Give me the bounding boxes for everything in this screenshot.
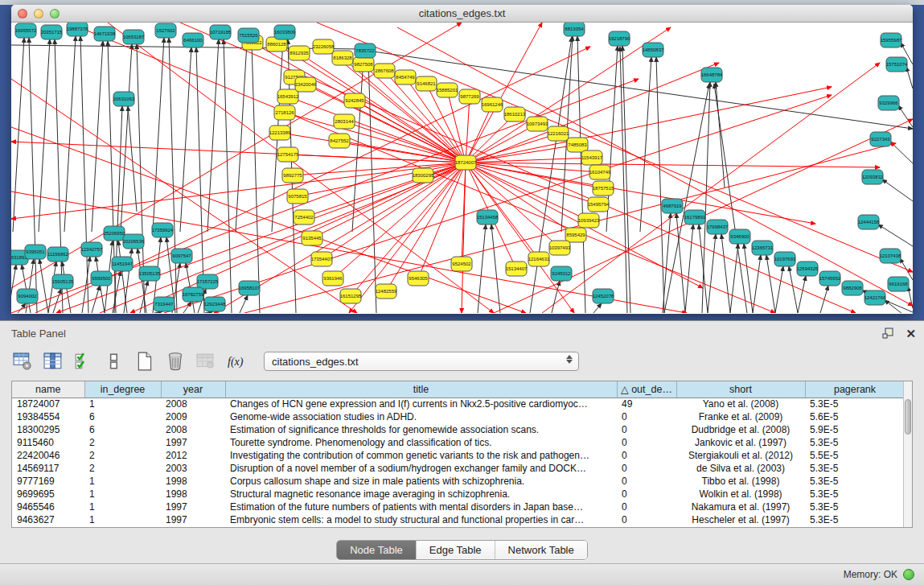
- column-header-title[interactable]: title: [225, 381, 617, 398]
- table-row[interactable]: 1830029562008Estimation of significance …: [12, 423, 905, 436]
- table-cell[interactable]: Embryonic stem cells: a model to study s…: [225, 513, 617, 526]
- table-cell[interactable]: 1997: [161, 513, 225, 526]
- table-cell[interactable]: 1998: [161, 475, 225, 488]
- column-header-in_degree[interactable]: in_degree: [84, 381, 161, 398]
- table-cell[interactable]: 5.3E-5: [805, 475, 905, 488]
- table-cell[interactable]: de Silva et al. (2003): [676, 462, 805, 475]
- table-cell[interactable]: 5.3E-5: [805, 501, 905, 513]
- table-cell[interactable]: 0: [617, 513, 676, 526]
- table-cell[interactable]: 0: [617, 449, 676, 462]
- table-row[interactable]: 2242004622012Investigating the contribut…: [12, 449, 905, 462]
- table-cell[interactable]: 9463627: [12, 513, 84, 526]
- table-mode-icon[interactable]: [11, 350, 34, 373]
- table-cell[interactable]: Wolkin et al. (1998): [676, 488, 805, 501]
- table-cell[interactable]: 5.3E-5: [805, 398, 905, 410]
- table-cell[interactable]: 6: [84, 410, 161, 423]
- table-cell[interactable]: Franke et al. (2009): [676, 410, 805, 423]
- table-cell[interactable]: 5.3E-5: [805, 436, 905, 449]
- table-cell[interactable]: 5.3E-5: [805, 462, 905, 475]
- table-cell[interactable]: Stergiakouli et al. (2012): [676, 449, 805, 462]
- window-titlebar[interactable]: citations_edges.txt: [11, 5, 913, 23]
- table-cell[interactable]: 1998: [161, 488, 225, 501]
- table-cell[interactable]: 2003: [161, 462, 225, 475]
- table-cell[interactable]: 2: [84, 436, 161, 449]
- table-cell[interactable]: 2008: [161, 423, 225, 436]
- table-cell[interactable]: 49: [617, 398, 676, 410]
- delete-column-icon[interactable]: [164, 350, 187, 373]
- table-cell[interactable]: 2012: [161, 449, 225, 462]
- delete-table-icon[interactable]: [195, 350, 217, 373]
- table-cell[interactable]: Dudbridge et al. (2008): [676, 423, 805, 436]
- table-cell[interactable]: 2008: [161, 398, 225, 410]
- table-cell[interactable]: 6: [84, 423, 161, 436]
- scrollbar-thumb[interactable]: [905, 399, 911, 435]
- table-cell[interactable]: Yano et al. (2008): [676, 398, 805, 410]
- table-cell[interactable]: Estimation of significance thresholds fo…: [225, 423, 617, 436]
- table-select[interactable]: citations_edges.txt: [264, 352, 579, 371]
- table-cell[interactable]: 9699695: [12, 488, 84, 501]
- table-row[interactable]: 946554611997Estimation of the future num…: [12, 501, 905, 513]
- table-cell[interactable]: 1: [84, 513, 161, 526]
- tab-edge-table[interactable]: Edge Table: [417, 541, 495, 559]
- table-cell[interactable]: 9465546: [12, 501, 84, 513]
- table-cell[interactable]: 0: [617, 410, 676, 423]
- table-cell[interactable]: 0: [617, 501, 676, 513]
- table-cell[interactable]: 1: [84, 501, 161, 513]
- table-cell[interactable]: 0: [617, 488, 676, 501]
- table-cell[interactable]: Tibbo et al. (1998): [676, 475, 805, 488]
- table-cell[interactable]: 0: [617, 423, 676, 436]
- column-header-year[interactable]: year: [161, 381, 225, 398]
- table-cell[interactable]: Changes of HCN gene expression and I(f) …: [225, 398, 617, 410]
- table-cell[interactable]: 0: [617, 462, 676, 475]
- table-cell[interactable]: 5.6E-5: [805, 410, 905, 423]
- show-columns-icon[interactable]: [42, 350, 64, 373]
- table-cell[interactable]: 5.5E-5: [805, 449, 905, 462]
- table-cell[interactable]: Jankovic et al. (1997): [676, 436, 805, 449]
- table-cell[interactable]: 1: [84, 488, 161, 501]
- table-cell[interactable]: 5.9E-5: [805, 423, 905, 436]
- table-cell[interactable]: 1: [84, 398, 161, 410]
- tab-node-table[interactable]: Node Table: [337, 541, 417, 559]
- table-cell[interactable]: Structural magnetic resonance image aver…: [225, 488, 617, 501]
- table-row[interactable]: 1938455462009Genome-wide association stu…: [12, 410, 905, 423]
- table-cell[interactable]: Tourette syndrome. Phenomenology and cla…: [225, 436, 617, 449]
- table-cell[interactable]: Investigating the contribution of common…: [225, 449, 617, 462]
- table-cell[interactable]: Estimation of the future numbers of pati…: [225, 501, 617, 513]
- column-header-pagerank[interactable]: pagerank: [805, 381, 905, 398]
- table-row[interactable]: 1456911722003Disruption of a novel membe…: [12, 462, 905, 475]
- table-cell[interactable]: 18724007: [12, 398, 84, 410]
- table-cell[interactable]: 0: [617, 475, 676, 488]
- table-cell[interactable]: 14569117: [12, 462, 84, 475]
- table-cell[interactable]: 9115460: [12, 436, 84, 449]
- table-cell[interactable]: 2009: [161, 410, 225, 423]
- table-cell[interactable]: 0: [617, 436, 676, 449]
- table-cell[interactable]: 2: [84, 462, 161, 475]
- table-cell[interactable]: 22420046: [12, 449, 84, 462]
- table-cell[interactable]: Nakamura et al. (1997): [676, 501, 805, 513]
- table-cell[interactable]: 1997: [161, 501, 225, 513]
- table-cell[interactable]: 2: [84, 449, 161, 462]
- table-row[interactable]: 1872400712008Changes of HCN gene express…: [12, 398, 905, 410]
- table-cell[interactable]: 18300295: [12, 423, 84, 436]
- table-cell[interactable]: Disruption of a novel member of a sodium…: [225, 462, 617, 475]
- table-row[interactable]: 969969511998Structural magnetic resonanc…: [12, 488, 905, 501]
- table-cell[interactable]: 9777169: [12, 475, 84, 488]
- table-cell[interactable]: 19384554: [12, 410, 84, 423]
- table-cell[interactable]: 1997: [161, 436, 225, 449]
- network-canvas[interactable]: 1872400791275091654391227181261221338912…: [11, 23, 913, 313]
- column-header-out_de[interactable]: △ out_de…: [617, 381, 676, 398]
- new-column-icon[interactable]: [133, 350, 156, 373]
- stacked-squares-icon[interactable]: [103, 350, 125, 373]
- column-header-name[interactable]: name: [12, 381, 84, 398]
- table-cell[interactable]: 5.3E-5: [805, 513, 905, 526]
- table-cell[interactable]: 5.3E-5: [805, 488, 905, 501]
- float-panel-icon[interactable]: [882, 328, 894, 340]
- column-header-short[interactable]: short: [676, 381, 805, 398]
- table-row[interactable]: 977716911998Corpus callosum shape and si…: [12, 475, 905, 488]
- table-scrollbar[interactable]: [903, 381, 912, 527]
- table-cell[interactable]: Corpus callosum shape and size in male p…: [225, 475, 617, 488]
- close-panel-icon[interactable]: ✕: [906, 328, 916, 340]
- function-builder-icon[interactable]: f(x): [225, 350, 248, 373]
- select-checks-icon[interactable]: [72, 350, 95, 373]
- tab-network-table[interactable]: Network Table: [495, 541, 587, 559]
